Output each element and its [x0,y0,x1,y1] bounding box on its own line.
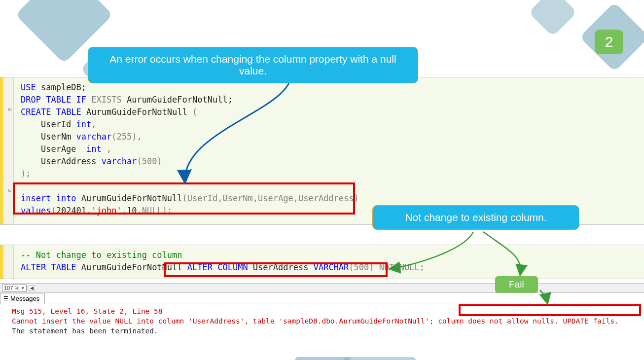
editor-gutter: ⊟ ⊟ [0,77,14,224]
fail-badge: Fail [495,276,538,293]
zoom-dropdown[interactable]: 107 %▼ [2,285,27,291]
messages-icon: ☰ [3,295,8,302]
slide-number-badge: 2 [595,30,623,54]
callout-not-change: Not change to existing column. [372,205,579,230]
error-detail: Cannot insert the value NULL into column… [12,317,438,325]
terminated-line: The statement has been terminated. [12,327,158,335]
error-detail-tail: column does not allow nulls. UPDATE fail… [438,317,619,325]
error-header: Msg 515, Level 16, State 2, Line 58 [12,307,163,315]
editor-gutter [0,245,14,279]
zoom-bar: 107 %▼ ◀ [0,283,644,293]
messages-tab-label: Messages [10,295,39,302]
zoom-value: 107 % [4,285,19,291]
collapse-icon[interactable]: ⊟ [8,187,12,193]
highlight-box-error-text [459,304,641,316]
highlight-box-alter-column [164,262,388,277]
decorative-diamond [529,0,577,36]
highlight-box-insert [13,182,355,215]
scroll-left-button[interactable]: ◀ [29,285,35,291]
messages-tab[interactable]: ☰ Messages [0,293,45,304]
callout-error-explain: An error occurs when changing the column… [88,47,418,83]
collapse-icon[interactable]: ⊟ [8,106,12,112]
chevron-down-icon: ▼ [21,286,25,290]
